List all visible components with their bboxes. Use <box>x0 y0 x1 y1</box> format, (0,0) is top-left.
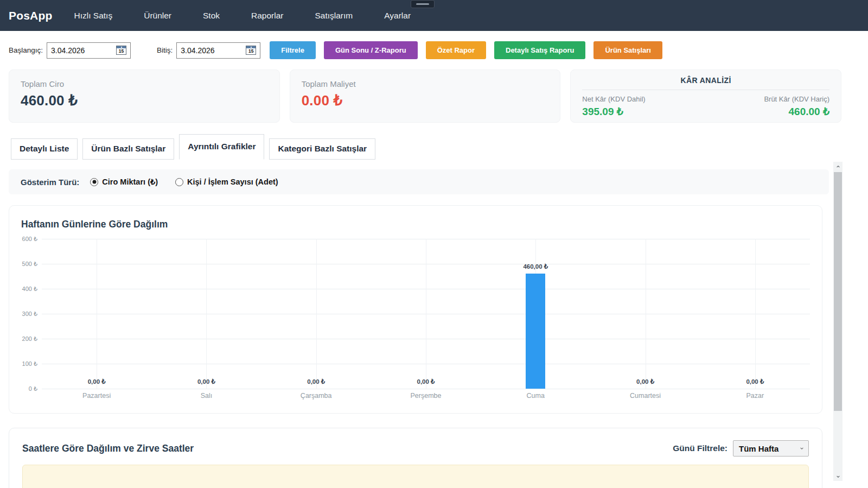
day-filter-value: Tüm Hafta <box>739 444 778 453</box>
weekday-chart-card: Haftanın Günlerine Göre Dağılım 600 ₺500… <box>9 205 822 414</box>
calendar-icon-top <box>117 46 126 48</box>
x-axis-label: Salı <box>151 392 261 400</box>
kar-analizi-title: KÂR ANALİZİ <box>582 76 829 90</box>
x-axis-label: Perşembe <box>371 392 481 400</box>
brut-kar-label: Brüt Kâr (KDV Hariç) <box>764 95 829 103</box>
calendar-icon[interactable]: 15 <box>116 46 126 55</box>
bar-cuma[interactable] <box>526 274 545 389</box>
scrollbar-up-button[interactable] <box>833 162 843 171</box>
y-axis-tick: 0 ₺ <box>29 385 37 392</box>
start-date-label: Başlangıç: <box>9 46 43 54</box>
y-axis-tick: 600 ₺ <box>22 236 37 243</box>
tab-detayli-liste[interactable]: Detaylı Liste <box>11 138 78 160</box>
calendar-icon-day: 15 <box>119 48 124 54</box>
scrollbar-thumb[interactable] <box>834 172 842 411</box>
x-axis-label: Cuma <box>481 392 590 400</box>
gridline <box>97 239 97 389</box>
end-date-value: 3.04.2026 <box>181 46 214 55</box>
bar-value-label: 0,00 ₺ <box>88 378 106 385</box>
chevron-down-icon <box>836 474 840 479</box>
net-kar-label: Net Kâr (KDV Dahil) <box>582 95 645 103</box>
x-axis-label: Cumartesi <box>590 392 700 400</box>
chart-column-çarşamba: 0,00 ₺ <box>261 239 371 389</box>
chart-plot-area: 0,00 ₺0,00 ₺0,00 ₺0,00 ₺460,00 ₺0,00 ₺0,… <box>42 239 810 389</box>
chart-y-axis: 600 ₺500 ₺400 ₺300 ₺200 ₺100 ₺0 ₺ <box>21 239 42 389</box>
y-axis-tick: 300 ₺ <box>22 310 37 318</box>
nav-item-ayarlar[interactable]: Ayarlar <box>384 5 411 26</box>
handle-bar <box>416 3 429 5</box>
gridline <box>42 389 810 389</box>
chart-column-pazar: 0,00 ₺ <box>700 239 810 389</box>
nav-item-satislarim[interactable]: Satışlarım <box>315 5 353 26</box>
weekday-chart-title: Haftanın Günlerine Göre Dağılım <box>21 219 810 230</box>
toplam-ciro-value: 460.00 ₺ <box>21 92 268 109</box>
nav-item-stok[interactable]: Stok <box>203 5 220 26</box>
ozet-rapor-button[interactable]: Özet Rapor <box>426 41 486 59</box>
start-date-value: 3.04.2026 <box>51 46 85 55</box>
chart-column-cumartesi: 0,00 ₺ <box>590 239 700 389</box>
nav-item-urunler[interactable]: Ürünler <box>144 5 171 26</box>
detayli-satis-raporu-button[interactable]: Detaylı Satış Raporu <box>494 41 585 59</box>
end-date-label: Bitiş: <box>157 46 173 54</box>
nav-item-raporlar[interactable]: Raporlar <box>251 5 283 26</box>
radio-kisi-islem-sayisi[interactable]: Kişi / İşlem Sayısı (Adet) <box>175 178 278 186</box>
calendar-icon[interactable]: 15 <box>246 46 256 55</box>
x-axis-label: Pazartesi <box>42 392 151 400</box>
content-scrollbar[interactable] <box>833 162 843 481</box>
date-filter-row: Başlangıç: 3.04.2026 15 Bitiş: 3.04.2026… <box>9 41 671 59</box>
y-axis-tick: 500 ₺ <box>22 261 37 268</box>
scrollbar-down-button[interactable] <box>833 472 843 481</box>
tab-ayrintili-grafikler[interactable]: Ayrıntılı Grafikler <box>179 134 264 160</box>
radio-label: Ciro Miktarı (₺) <box>102 178 158 186</box>
nav-item-hizli-satis[interactable]: Hızlı Satış <box>74 5 113 26</box>
net-kar-value: 395.09 ₺ <box>582 105 645 118</box>
day-filter-select[interactable]: Tüm Hafta <box>733 440 809 457</box>
nav-menu: Hızlı SatışÜrünlerStokRaporlarSatışlarım… <box>74 5 443 26</box>
summary-cards: Toplam Ciro 460.00 ₺ Toplam Maliyet 0.00… <box>9 69 841 123</box>
start-date-input[interactable]: 3.04.2026 15 <box>47 42 131 59</box>
gridline <box>206 239 207 389</box>
bar-value-label: 0,00 ₺ <box>197 378 215 385</box>
tab-kategori-bazli-satislar[interactable]: Kategori Bazlı Satışlar <box>269 138 375 160</box>
window-handle-artifact <box>411 0 435 8</box>
urun-satislari-button[interactable]: Ürün Satışları <box>593 41 662 59</box>
end-date-input[interactable]: 3.04.2026 15 <box>176 42 260 59</box>
brut-kar-value: 460.00 ₺ <box>764 105 829 118</box>
x-axis-label: Çarşamba <box>261 392 371 400</box>
toplam-ciro-card: Toplam Ciro 460.00 ₺ <box>9 69 280 123</box>
toplam-maliyet-card: Toplam Maliyet 0.00 ₺ <box>290 69 561 123</box>
y-axis-tick: 100 ₺ <box>22 360 37 367</box>
app-logo[interactable]: PosApp <box>9 9 53 22</box>
chart-column-pazartesi: 0,00 ₺ <box>42 239 151 389</box>
bar-value-label: 0,00 ₺ <box>417 378 435 385</box>
display-type-options: Ciro Miktarı (₺)Kişi / İşlem Sayısı (Ade… <box>90 178 295 186</box>
gun-sonu-z-raporu-button[interactable]: Gün Sonu / Z-Raporu <box>324 41 418 59</box>
gridline <box>316 239 317 389</box>
radio-button-icon[interactable] <box>175 178 183 186</box>
chart-column-salı: 0,00 ₺ <box>151 239 261 389</box>
chart-column-cuma: 460,00 ₺ <box>481 239 590 389</box>
gridline <box>755 239 756 389</box>
y-axis-tick: 200 ₺ <box>22 335 37 343</box>
tab-urun-bazli-satislar[interactable]: Ürün Bazlı Satışlar <box>82 138 174 160</box>
kar-analizi-card: KÂR ANALİZİ Net Kâr (KDV Dahil) 395.09 ₺… <box>570 69 841 123</box>
display-type-label: Gösterim Türü: <box>21 178 79 187</box>
radio-ciro-miktari[interactable]: Ciro Miktarı (₺) <box>90 178 158 186</box>
radio-button-icon[interactable] <box>90 178 98 186</box>
content-tabs: Detaylı ListeÜrün Bazlı SatışlarAyrıntıl… <box>11 134 380 160</box>
report-buttons: FiltreleGün Sonu / Z-RaporuÖzet RaporDet… <box>270 41 671 59</box>
bar-value-label: 0,00 ₺ <box>636 378 654 385</box>
chevron-up-icon <box>836 164 840 169</box>
bar-value-label: 0,00 ₺ <box>746 378 764 385</box>
chevron-down-icon <box>800 446 804 451</box>
navbar: PosApp Hızlı SatışÜrünlerStokRaporlarSat… <box>0 0 868 31</box>
display-type-row: Gösterim Türü: Ciro Miktarı (₺)Kişi / İş… <box>9 169 829 194</box>
x-axis-label: Pazar <box>700 392 810 400</box>
hours-section-title: Saatlere Göre Dağılım ve Zirve Saatler <box>22 443 194 454</box>
toplam-maliyet-label: Toplam Maliyet <box>302 79 549 88</box>
filtrele-button[interactable]: Filtrele <box>270 41 316 59</box>
hours-section-card: Saatlere Göre Dağılım ve Zirve Saatler G… <box>9 428 822 488</box>
chart-x-axis: PazartesiSalıÇarşambaPerşembeCumaCumarte… <box>42 392 810 400</box>
day-filter-label: Günü Filtrele: <box>673 443 727 453</box>
bar-value-label: 460,00 ₺ <box>523 263 548 270</box>
